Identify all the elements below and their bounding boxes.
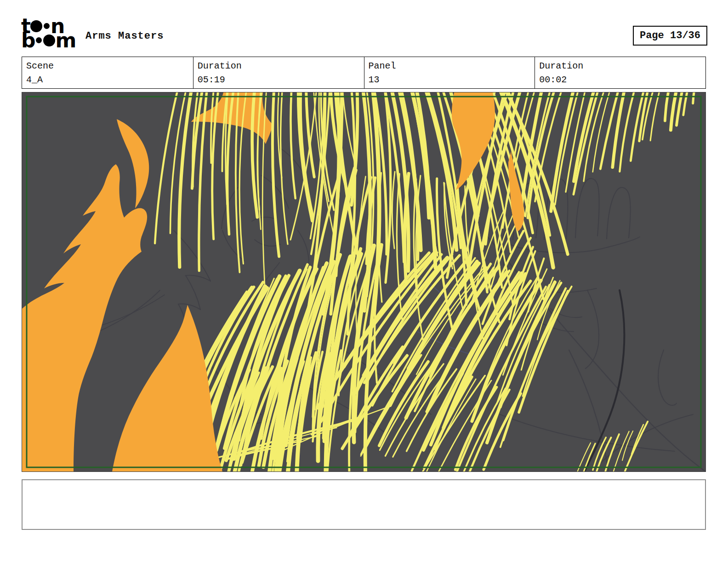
- storyboard-panel-frame: [22, 92, 706, 472]
- panel-duration-label: Duration: [539, 59, 705, 73]
- panel-info-table: Scene 4_A Duration 05:19 Panel 13 Durati…: [22, 57, 706, 89]
- storyboard-panel-artwork: [22, 92, 705, 471]
- caption-box: [22, 479, 706, 530]
- logo-letter-m: m: [56, 33, 76, 48]
- info-cell-panel-duration: Duration 00:02: [535, 57, 705, 88]
- toonboom-logo: t n b m: [21, 18, 85, 48]
- logo-dot-icon: [44, 23, 50, 29]
- storyboard-sheet: t n b m Arms Masters Page 13/36 Scene 4_…: [0, 0, 728, 563]
- info-cell-scene-duration: Duration 05:19: [193, 57, 364, 88]
- logo-dot-icon: [43, 34, 55, 46]
- logo-dot-icon: [36, 37, 42, 43]
- scene-label: Scene: [26, 59, 193, 73]
- scene-duration-label: Duration: [198, 59, 364, 73]
- panel-duration-value: 00:02: [539, 73, 705, 87]
- info-cell-panel: Panel 13: [364, 57, 535, 88]
- panel-label: Panel: [369, 59, 535, 73]
- panel-value: 13: [369, 73, 535, 87]
- page-number-badge: Page 13/36: [633, 26, 707, 46]
- info-cell-scene: Scene 4_A: [22, 57, 193, 88]
- scene-value: 4_A: [26, 73, 193, 87]
- scene-duration-value: 05:19: [198, 73, 364, 87]
- project-title: Arms Masters: [85, 30, 164, 42]
- logo-letter-b: b: [21, 33, 35, 48]
